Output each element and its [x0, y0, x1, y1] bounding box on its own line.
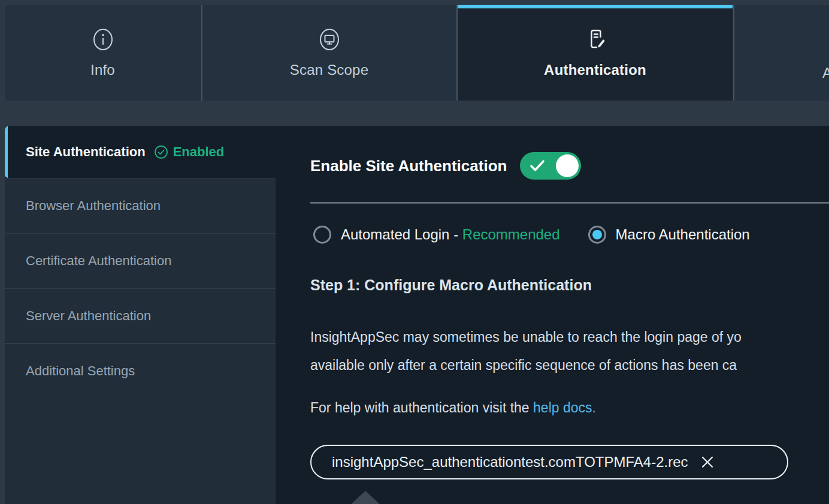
sidebar-item-label: Browser Authentication: [26, 198, 161, 214]
sidebar-item-site-authentication[interactable]: Site Authentication Enabled: [5, 126, 276, 178]
info-circle-icon: [90, 27, 116, 52]
enable-site-authentication-row: Enable Site Authentication: [310, 152, 581, 180]
sidebar-item-label: Additional Settings: [26, 363, 135, 379]
sidebar-item-server-authentication[interactable]: Server Authentication: [5, 289, 276, 344]
document-edit-icon: [582, 27, 609, 52]
description-line-2: available only after a certain specific …: [310, 351, 742, 379]
sidebar-item-additional-settings[interactable]: Additional Settings: [5, 344, 276, 399]
check-circle-icon: [154, 145, 168, 159]
help-docs-link[interactable]: help docs.: [533, 400, 596, 415]
help-text-prefix: For help with authentication visit the: [310, 400, 533, 415]
tab-authentication-label: Authentication: [544, 62, 646, 78]
enable-site-authentication-toggle[interactable]: [520, 152, 581, 180]
step-tabbar: Info Scan Scope: [5, 5, 829, 101]
sidebar-item-browser-authentication[interactable]: Browser Authentication: [5, 178, 276, 233]
sidebar-item-label: Site Authentication: [26, 144, 146, 160]
tab-scan-scope[interactable]: Scan Scope: [201, 5, 456, 101]
sidebar-item-label: Server Authentication: [26, 308, 151, 324]
close-icon[interactable]: [699, 454, 716, 470]
enable-site-authentication-label: Enable Site Authentication: [310, 157, 507, 175]
tab-next-partial[interactable]: At: [733, 5, 829, 101]
status-badge-label: Enabled: [173, 144, 225, 160]
macro-authentication-radio[interactable]: [588, 226, 606, 244]
help-text: For help with authentication visit the h…: [310, 400, 596, 416]
toggle-knob: [556, 154, 579, 177]
automated-login-label: Automated Login - Recommended: [341, 226, 560, 243]
macro-file-chip: insightAppSec_authenticationtest.comTOTP…: [310, 445, 788, 479]
step-1-heading: Step 1: Configure Macro Authentication: [310, 277, 592, 294]
macro-authentication-option: Macro Authentication: [585, 226, 750, 244]
checkmark-icon: [530, 159, 545, 172]
tab-next-label: At: [822, 65, 829, 81]
status-badge: Enabled: [154, 144, 225, 160]
tab-authentication[interactable]: Authentication: [456, 5, 733, 101]
sidebar-item-label: Certificate Authentication: [26, 253, 171, 269]
tab-info-label: Info: [90, 62, 115, 78]
monitor-circle-icon: [317, 27, 342, 52]
app-window: Info Scan Scope: [0, 0, 829, 504]
recommended-label: Recommended: [462, 226, 560, 242]
authentication-sidebar: Site Authentication Enabled Browser Auth…: [5, 126, 276, 504]
description-line-1: InsightAppSec may sometimes be unable to…: [310, 323, 742, 351]
sidebar-item-certificate-authentication[interactable]: Certificate Authentication: [5, 233, 276, 289]
automated-login-radio[interactable]: [313, 226, 331, 244]
tooltip-arrow: [349, 491, 382, 504]
description-paragraph: InsightAppSec may sometimes be unable to…: [310, 323, 742, 379]
tab-info[interactable]: Info: [5, 5, 201, 101]
authentication-panel: Site Authentication Enabled Browser Auth…: [5, 126, 829, 504]
macro-file-name: insightAppSec_authenticationtest.comTOTP…: [332, 454, 688, 470]
login-mode-radio-group: Automated Login - Recommended Macro Auth…: [310, 220, 750, 249]
macro-authentication-label: Macro Authentication: [616, 226, 750, 243]
section-divider: [310, 202, 829, 204]
tab-scan-scope-label: Scan Scope: [290, 62, 368, 78]
